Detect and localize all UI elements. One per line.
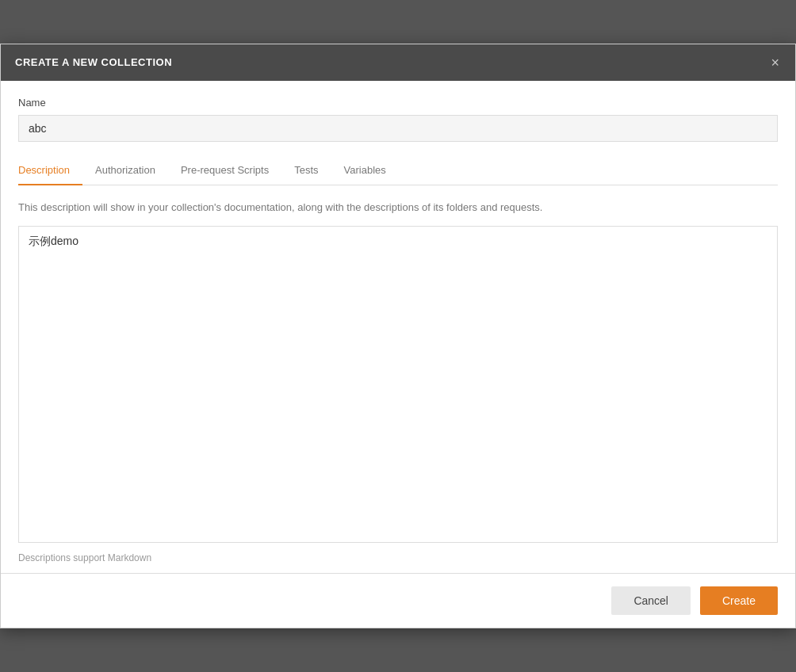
tab-authorization[interactable]: Authorization: [82, 156, 168, 185]
tab-content-description: This description will show in your colle…: [18, 185, 778, 574]
name-field-group: Name: [18, 97, 778, 156]
close-button[interactable]: ×: [769, 55, 781, 70]
cancel-button[interactable]: Cancel: [611, 586, 691, 615]
tab-tests[interactable]: Tests: [281, 156, 331, 185]
dialog-header: CREATE A NEW COLLECTION ×: [1, 44, 795, 81]
create-button[interactable]: Create: [700, 586, 778, 615]
name-label: Name: [18, 97, 778, 109]
dialog-footer: Cancel Create: [1, 573, 795, 628]
dialog-title: CREATE A NEW COLLECTION: [15, 56, 172, 68]
description-hint: This description will show in your colle…: [18, 200, 778, 216]
tabs-container: Description Authorization Pre-request Sc…: [18, 156, 778, 185]
name-input[interactable]: [18, 115, 778, 142]
create-collection-dialog: CREATE A NEW COLLECTION × Name Descripti…: [0, 44, 796, 629]
tab-pre-request-scripts[interactable]: Pre-request Scripts: [168, 156, 281, 185]
description-textarea[interactable]: 示例demo: [18, 226, 778, 543]
dialog-body: Name Description Authorization Pre-reque…: [1, 81, 795, 574]
markdown-hint: Descriptions support Markdown: [18, 546, 778, 573]
tab-description[interactable]: Description: [18, 156, 82, 185]
tab-variables[interactable]: Variables: [331, 156, 399, 185]
